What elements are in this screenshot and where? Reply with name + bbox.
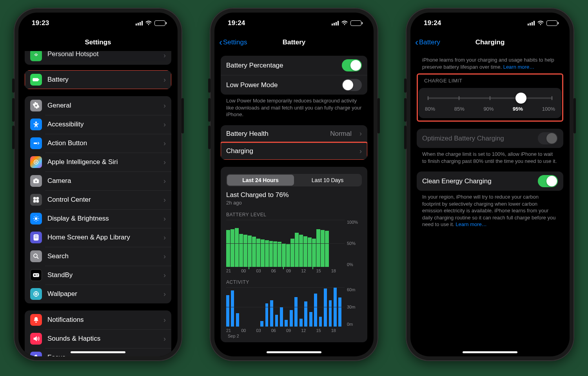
home-indicator[interactable] (71, 351, 125, 353)
battery-app-icon (30, 74, 42, 86)
chevron-right-icon: › (163, 271, 166, 279)
home-indicator[interactable] (267, 351, 321, 353)
status-bar: 19:24 63 (410, 13, 570, 34)
learn-more-link[interactable]: Learn more… (503, 64, 534, 70)
general-icon (30, 100, 42, 111)
chevron-right-icon: › (163, 335, 166, 343)
settings-item-label: Notifications (47, 316, 156, 324)
battery-percentage-row[interactable]: Battery Percentage (221, 56, 367, 75)
page-title: Charging (475, 38, 505, 46)
back-button[interactable]: ‹ Battery (415, 38, 440, 47)
wifi-icon (145, 20, 152, 26)
clean-energy-charging-row[interactable]: Clean Energy Charging (417, 172, 563, 191)
svg-point-30 (38, 294, 39, 294)
chevron-right-icon: › (163, 196, 166, 204)
low-power-mode-toggle[interactable] (342, 79, 362, 91)
svg-point-22 (34, 274, 36, 276)
settings-item-camera[interactable]: Camera› (25, 172, 171, 190)
obc-footer: When the charge limit is set to 100%, al… (417, 148, 563, 164)
settings-list[interactable]: Personal Hotspot › Battery › Genera (18, 51, 178, 356)
settings-item-sounds[interactable]: Sounds & Haptics› (25, 329, 171, 348)
svg-rect-24 (36, 276, 38, 276)
segment-last-10d[interactable]: Last 10 Days (294, 175, 361, 186)
nav-bar: ‹ Battery Charging (410, 34, 570, 51)
time-range-segmented[interactable]: Last 24 Hours Last 10 Days (226, 174, 362, 186)
charging-settings[interactable]: iPhone learns from your charging and usa… (410, 51, 570, 356)
standby-icon (30, 269, 42, 281)
battery-settings[interactable]: Battery Percentage Low Power Mode Low Po… (214, 51, 374, 356)
optimized-battery-charging-row: Optimized Battery Charging (417, 129, 563, 148)
sounds-icon (30, 333, 42, 345)
settings-item-label: Home Screen & App Library (47, 234, 156, 241)
chevron-right-icon: › (163, 354, 166, 357)
chevron-right-icon: › (163, 290, 166, 298)
settings-item-notifications[interactable]: Notifications› (25, 310, 171, 329)
svg-point-26 (35, 293, 37, 295)
personal-hotspot-icon (30, 51, 42, 61)
settings-item-label: Control Center (47, 196, 156, 204)
chevron-right-icon: › (163, 215, 166, 223)
settings-item-search[interactable]: Search› (25, 247, 171, 266)
row-detail: Normal (330, 130, 352, 138)
svg-point-0 (36, 55, 37, 56)
settings-item-control-center[interactable]: Control Center› (25, 190, 171, 209)
svg-point-14 (35, 217, 37, 220)
control-center-icon (30, 194, 42, 206)
last-charged-sub: 2h ago (226, 200, 362, 206)
settings-item-personal-hotspot[interactable]: Personal Hotspot › (25, 51, 171, 65)
row-label: Clean Energy Charging (422, 177, 532, 185)
segment-last-24h[interactable]: Last 24 Hours (227, 175, 294, 186)
svg-rect-2 (38, 79, 39, 80)
slider-label: 80% (425, 106, 435, 112)
action-button-icon (30, 137, 42, 149)
row-label: Battery Percentage (226, 62, 336, 69)
settings-item-label: Wallpaper (47, 290, 156, 298)
accessibility-icon (30, 119, 42, 130)
svg-rect-15 (34, 235, 38, 241)
camera-icon (30, 175, 42, 187)
row-label: Low Power Mode (226, 81, 336, 89)
svg-rect-23 (36, 274, 38, 275)
back-button[interactable]: ‹ Settings (219, 38, 247, 47)
wallpaper-icon (30, 288, 42, 300)
battery-health-row[interactable]: Battery Health Normal › (221, 125, 367, 142)
learn-more-link[interactable]: Learn more… (456, 221, 486, 227)
battery-percentage-toggle[interactable] (342, 59, 362, 71)
optimized-battery-charging-toggle (538, 132, 558, 144)
activity-heading: ACTIVITY (226, 279, 362, 285)
back-label: Settings (223, 38, 247, 46)
home-indicator[interactable] (463, 351, 517, 353)
svg-rect-9 (35, 179, 37, 180)
charging-row[interactable]: Charging › (221, 142, 367, 160)
settings-item-home-screen[interactable]: Home Screen & App Library› (25, 228, 171, 247)
settings-item-general[interactable]: General› (25, 96, 171, 115)
clean-energy-charging-toggle[interactable] (538, 175, 558, 187)
settings-item-accessibility[interactable]: Accessibility› (25, 115, 171, 134)
phone-1: 19:23 63 Settings (14, 8, 182, 361)
chevron-right-icon: › (163, 51, 166, 60)
status-time: 19:24 (424, 19, 459, 27)
settings-item-label: Sounds & Haptics (47, 335, 156, 343)
low-power-mode-row[interactable]: Low Power Mode (221, 75, 367, 95)
low-power-footer: Low Power Mode temporarily reduces backg… (221, 95, 367, 118)
slider-thumb[interactable] (515, 93, 526, 104)
svg-point-29 (34, 294, 34, 294)
chevron-right-icon: › (163, 76, 166, 84)
svg-rect-11 (36, 197, 39, 199)
settings-item-wallpaper[interactable]: Wallpaper› (25, 285, 171, 303)
settings-item-battery[interactable]: Battery › (25, 70, 171, 89)
settings-item-label: Search (47, 252, 156, 260)
chevron-right-icon: › (163, 158, 166, 166)
home-screen-icon (30, 232, 42, 243)
slider-label: 90% (483, 106, 494, 112)
settings-item-standby[interactable]: StandBy› (25, 266, 171, 285)
page-title: Settings (85, 38, 111, 46)
chevron-right-icon: › (163, 102, 166, 110)
charge-limit-slider[interactable] (424, 93, 556, 103)
svg-point-28 (36, 296, 36, 297)
settings-item-display[interactable]: Display & Brightness› (25, 209, 171, 228)
settings-item-action-button[interactable]: Action Button› (25, 134, 171, 153)
settings-item-apple-intelligence[interactable]: Apple Intelligence & Siri› (25, 153, 171, 172)
status-bar: 19:24 63 (214, 13, 374, 34)
nav-bar: ‹ Settings Battery (214, 34, 374, 51)
